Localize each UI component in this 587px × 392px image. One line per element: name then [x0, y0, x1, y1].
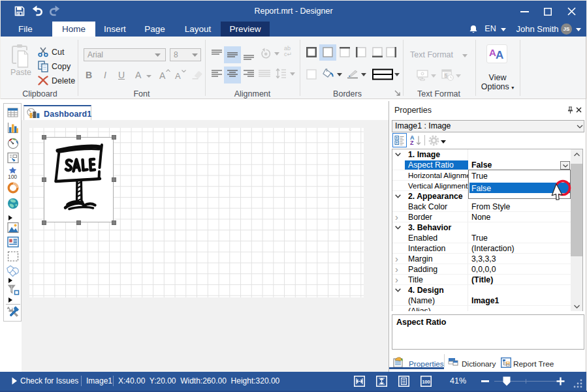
svg-text:5: 5: [445, 72, 448, 79]
svg-text:100: 100: [422, 379, 430, 385]
